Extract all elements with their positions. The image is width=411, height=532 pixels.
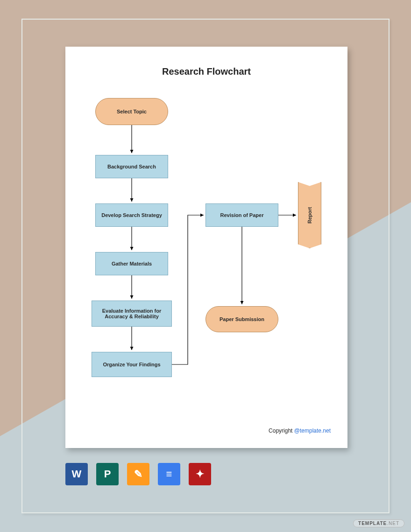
node-organize-findings: Organize Your Findings bbox=[92, 352, 172, 377]
format-icon-row: W P ✎ ≡ ✦ bbox=[65, 463, 211, 485]
pages-icon[interactable]: ✎ bbox=[127, 463, 149, 485]
copyright-link[interactable]: @template.net bbox=[294, 427, 331, 434]
document-page: Research Flowchart Select Topic Backgrou… bbox=[65, 47, 347, 448]
copyright-line: Copyright @template.net bbox=[269, 427, 331, 434]
node-evaluate-info: Evaluate Information for Accuracy & Reli… bbox=[92, 301, 172, 327]
google-docs-icon[interactable]: ≡ bbox=[158, 463, 180, 485]
copyright-prefix: Copyright bbox=[269, 427, 294, 434]
node-select-topic: Select Topic bbox=[95, 98, 168, 125]
pdf-icon[interactable]: ✦ bbox=[189, 463, 211, 485]
node-report: Report bbox=[298, 182, 321, 248]
watermark-brand: TEMPLATE bbox=[358, 521, 387, 526]
publisher-icon[interactable]: P bbox=[96, 463, 119, 485]
watermark: TEMPLATE.NET bbox=[353, 519, 404, 527]
page-title: Research Flowchart bbox=[65, 66, 347, 77]
node-develop-strategy: Develop Search Strategy bbox=[95, 203, 168, 227]
node-gather-materials: Gather Materials bbox=[95, 252, 168, 275]
node-revision: Revision of Paper bbox=[206, 203, 278, 227]
node-submission: Paper Submission bbox=[206, 306, 278, 332]
word-icon[interactable]: W bbox=[65, 463, 88, 485]
node-background-search: Background Search bbox=[95, 155, 168, 178]
watermark-suffix: .NET bbox=[387, 521, 399, 526]
